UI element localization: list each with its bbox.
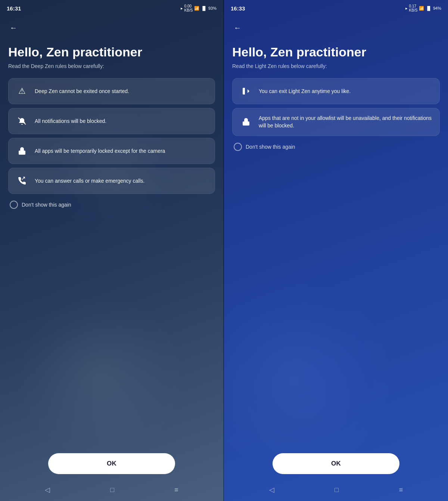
rule-text-left-2: All apps will be temporarily locked exce… bbox=[35, 147, 165, 155]
rule-text-right-0: You can exit Light Zen anytime you like. bbox=[259, 87, 351, 95]
rule-card-right-0: You can exit Light Zen anytime you like. bbox=[232, 78, 440, 104]
rule-card-left-1: All notifications will be blocked. bbox=[8, 108, 215, 134]
greeting-right: Hello, Zen practitioner bbox=[232, 45, 440, 59]
exit-icon-right bbox=[239, 84, 253, 98]
bluetooth-icon-right: ▸ bbox=[405, 6, 408, 11]
right-panel: 16:33 ▸ 0.17KB/S 📶 ▐▌ 94% ← Hello, Zen p… bbox=[224, 0, 448, 501]
nav-menu-left[interactable]: ≡ bbox=[174, 486, 178, 494]
dont-show-checkbox-right[interactable] bbox=[234, 143, 242, 151]
dont-show-checkbox-left[interactable] bbox=[10, 201, 18, 209]
data-speed-left: 0.00KB/S bbox=[184, 4, 193, 12]
nav-home-left[interactable]: □ bbox=[110, 486, 114, 494]
rule-card-right-1: Apps that are not in your allowlist will… bbox=[232, 108, 440, 136]
battery-left: 93% bbox=[208, 6, 217, 10]
battery-right: 94% bbox=[433, 6, 441, 10]
rule-text-left-1: All notifications will be blocked. bbox=[35, 117, 106, 125]
svg-rect-1 bbox=[19, 151, 25, 155]
greeting-left: Hello, Zen practitioner bbox=[8, 45, 215, 59]
dont-show-row-left[interactable]: Don't show this again bbox=[8, 201, 215, 209]
rule-text-left-3: You can answer calls or make emergency c… bbox=[35, 177, 144, 185]
time-right: 16:33 bbox=[231, 5, 245, 12]
nav-home-right[interactable]: □ bbox=[335, 486, 339, 494]
data-speed-right: 0.17KB/S bbox=[409, 4, 418, 12]
nav-menu-right[interactable]: ≡ bbox=[399, 486, 403, 494]
wifi-icon-left: 📶 bbox=[194, 6, 199, 11]
ok-button-right[interactable]: OK bbox=[273, 453, 399, 474]
nav-bar-left: ◁ □ ≡ bbox=[0, 479, 223, 501]
rule-text-right-1: Apps that are not in your allowlist will… bbox=[259, 114, 433, 130]
warning-icon: ⚠ bbox=[15, 84, 29, 98]
status-icons-right: ▸ 0.17KB/S 📶 ▐▌ 94% bbox=[405, 4, 441, 12]
phone-icon-left bbox=[15, 174, 29, 188]
lock-icon-left bbox=[15, 144, 29, 158]
main-content-right: Hello, Zen practitioner Read the Light Z… bbox=[224, 36, 448, 501]
rule-text-left-0: Deep Zen cannot be exited once started. bbox=[35, 87, 129, 95]
ok-button-left[interactable]: OK bbox=[48, 453, 175, 474]
rule-card-left-0: ⚠ Deep Zen cannot be exited once started… bbox=[8, 78, 215, 104]
status-bar-left: 16:31 ▸ 0.00KB/S 📶 ▐▌ 93% bbox=[0, 0, 223, 16]
left-panel: 16:31 ▸ 0.00KB/S 📶 ▐▌ 93% ← Hello, Zen p… bbox=[0, 0, 224, 501]
signal-icon-right: ▐▌ bbox=[426, 6, 432, 10]
wifi-icon-right: 📶 bbox=[419, 6, 424, 11]
ok-btn-wrapper-right: OK bbox=[224, 453, 448, 474]
status-icons-left: ▸ 0.00KB/S 📶 ▐▌ 93% bbox=[181, 4, 217, 12]
subtitle-right: Read the Light Zen rules below carefully… bbox=[232, 63, 440, 69]
nav-bar-right: ◁ □ ≡ bbox=[224, 479, 448, 501]
back-button-right[interactable]: ← bbox=[229, 19, 246, 36]
notification-off-icon bbox=[15, 114, 29, 128]
nav-back-right[interactable]: ◁ bbox=[269, 486, 274, 494]
rule-card-left-2: All apps will be temporarily locked exce… bbox=[8, 138, 215, 164]
nav-back-left[interactable]: ◁ bbox=[45, 486, 50, 494]
dont-show-label-left: Don't show this again bbox=[22, 202, 71, 208]
bluetooth-icon: ▸ bbox=[181, 6, 183, 11]
main-content-left: Hello, Zen practitioner Read the Deep Ze… bbox=[0, 36, 223, 501]
back-button-left[interactable]: ← bbox=[5, 19, 22, 36]
ok-btn-wrapper-left: OK bbox=[0, 453, 223, 474]
svg-rect-3 bbox=[243, 121, 249, 126]
lock-icon-right bbox=[239, 115, 253, 129]
rule-card-left-3: You can answer calls or make emergency c… bbox=[8, 168, 215, 194]
time-left: 16:31 bbox=[7, 5, 21, 12]
dont-show-label-right: Don't show this again bbox=[246, 144, 295, 150]
signal-icon-left: ▐▌ bbox=[201, 6, 207, 10]
dont-show-row-right[interactable]: Don't show this again bbox=[232, 143, 440, 151]
status-bar-right: 16:33 ▸ 0.17KB/S 📶 ▐▌ 94% bbox=[224, 0, 448, 16]
subtitle-left: Read the Deep Zen rules below carefully: bbox=[8, 63, 215, 69]
